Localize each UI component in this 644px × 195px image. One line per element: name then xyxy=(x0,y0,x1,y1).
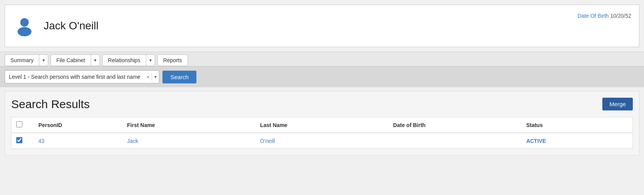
col-header-personid: PersonID xyxy=(34,117,122,133)
firstname-link[interactable]: Jack xyxy=(127,138,138,144)
dob-label: Date Of Birth xyxy=(578,13,609,19)
table-header: PersonID First Name Last Name Date of Bi… xyxy=(12,117,632,133)
results-table: PersonID First Name Last Name Date of Bi… xyxy=(12,117,632,149)
search-select-text: Level 1 - Search persons with same first… xyxy=(5,71,144,83)
svg-point-1 xyxy=(17,27,31,36)
dob-value: 10/20/52 xyxy=(610,13,632,19)
results-title: Search Results xyxy=(11,98,90,111)
profile-card: Jack O'neill Date Of Birth 10/20/52 xyxy=(5,5,639,47)
col-header-checkbox xyxy=(12,117,34,133)
tab-relationships[interactable]: Relationships xyxy=(102,54,146,66)
svg-point-0 xyxy=(20,18,29,27)
row-personid: 43 xyxy=(34,133,122,149)
header-checkbox[interactable] xyxy=(16,121,22,127)
search-select-wrapper: Level 1 - Search persons with same first… xyxy=(5,70,159,83)
col-header-lastname: Last Name xyxy=(255,117,389,133)
tab-summary[interactable]: Summary xyxy=(5,54,39,66)
search-button[interactable]: Search xyxy=(162,71,196,83)
tab-group-summary: Summary ▾ xyxy=(5,54,48,66)
profile-dob: Date Of Birth 10/20/52 xyxy=(578,11,631,19)
search-area: Level 1 - Search persons with same first… xyxy=(0,66,644,87)
table-row: 43 Jack O'neill ACTIVE xyxy=(12,133,632,149)
personid-link[interactable]: 43 xyxy=(38,138,44,144)
col-header-status: Status xyxy=(522,117,632,133)
avatar xyxy=(13,14,36,37)
results-area: Search Results Merge PersonID First Name… xyxy=(5,91,639,156)
col-header-dob: Date of Birth xyxy=(389,117,522,133)
profile-name: Jack O'neill xyxy=(44,20,570,32)
search-dropdown-button[interactable]: ▾ xyxy=(152,73,159,81)
row-checkbox-cell xyxy=(12,133,34,149)
tab-file-cabinet-dropdown[interactable]: ▾ xyxy=(91,54,100,66)
nav-tabs: Summary ▾ File Cabinet ▾ Relationships ▾… xyxy=(0,52,644,66)
merge-button[interactable]: Merge xyxy=(602,98,633,110)
row-firstname: Jack xyxy=(122,133,255,149)
tab-group-file-cabinet: File Cabinet ▾ xyxy=(51,54,100,66)
search-clear-button[interactable]: × xyxy=(144,73,152,81)
results-header: Search Results Merge xyxy=(11,98,633,111)
row-status: ACTIVE xyxy=(522,133,632,149)
tab-summary-dropdown[interactable]: ▾ xyxy=(39,54,48,66)
table-body: 43 Jack O'neill ACTIVE xyxy=(12,133,632,149)
tab-relationships-dropdown[interactable]: ▾ xyxy=(146,54,155,66)
tab-file-cabinet[interactable]: File Cabinet xyxy=(51,54,91,66)
col-header-firstname: First Name xyxy=(122,117,255,133)
tab-group-relationships: Relationships ▾ xyxy=(102,54,155,66)
table-container: PersonID First Name Last Name Date of Bi… xyxy=(11,117,633,149)
lastname-link[interactable]: O'neill xyxy=(260,138,275,144)
row-dob xyxy=(389,133,522,149)
tab-reports[interactable]: Reports xyxy=(157,54,188,66)
row-checkbox[interactable] xyxy=(16,137,22,143)
person-icon xyxy=(14,15,35,37)
row-lastname: O'neill xyxy=(255,133,389,149)
